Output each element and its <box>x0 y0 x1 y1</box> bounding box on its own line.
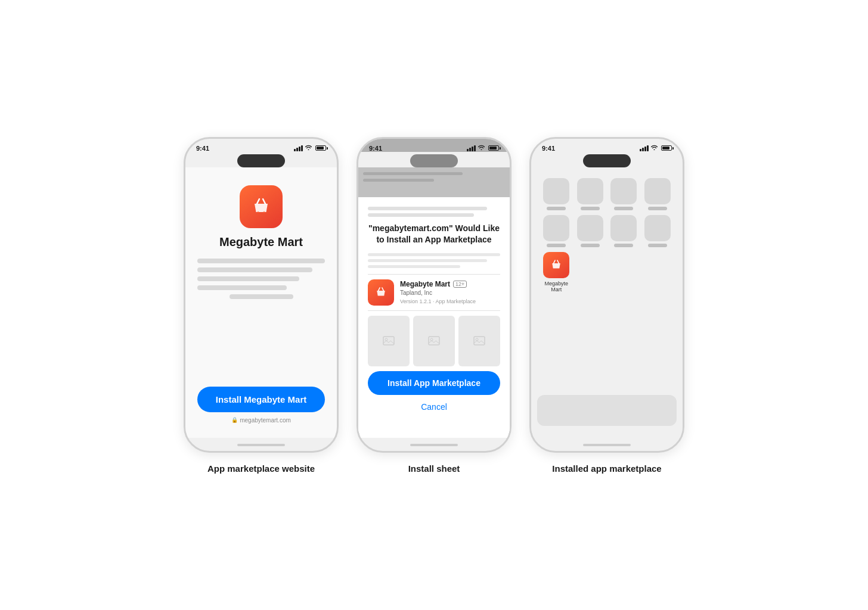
cancel-button[interactable]: Cancel <box>368 397 500 416</box>
phone2-wrapper: 9:41 <box>356 137 512 474</box>
battery-icon <box>488 145 499 151</box>
placeholder-icon <box>577 178 603 204</box>
home-icon-empty <box>576 252 605 294</box>
phone2-time: 9:41 <box>369 145 382 152</box>
install-sheet: "megabytemart.com" Would Like to Install… <box>358 197 510 438</box>
placeholder-icon <box>543 178 569 204</box>
screenshot-1 <box>368 316 410 366</box>
phone3-status-bar: 9:41 <box>531 139 683 152</box>
phone3-wrapper: 9:41 <box>529 137 684 474</box>
screenshots-row <box>368 316 500 366</box>
svg-rect-2 <box>383 337 394 345</box>
app-version: Version 1.2.1 · App Marketplace <box>400 298 500 304</box>
home-icon-item <box>643 215 672 247</box>
install-app-marketplace-button[interactable]: Install App Marketplace <box>368 371 500 395</box>
signal-icon <box>640 145 649 151</box>
app-info-text: Megabyte Mart 12+ Tapland, Inc Version 1… <box>400 280 500 304</box>
phone1-screen: Megabyte Mart Install Megabyte Mart 🔒 me… <box>185 167 337 438</box>
megabyte-mart-home-icon[interactable]: MegabyteMart <box>542 252 571 294</box>
home-row-3: MegabyteMart <box>542 252 672 294</box>
icon-label-placeholder <box>614 207 633 210</box>
phone1-content: Megabyte Mart Install Megabyte Mart 🔒 me… <box>185 167 337 438</box>
phone2-screen: "megabytemart.com" Would Like to Install… <box>358 167 510 438</box>
phone3-time: 9:41 <box>542 145 555 152</box>
svg-point-1 <box>264 211 265 213</box>
phone1-status-bar: 9:41 <box>185 139 337 152</box>
svg-rect-6 <box>474 337 485 345</box>
svg-rect-4 <box>429 337 439 345</box>
icon-label-placeholder <box>581 207 600 210</box>
screenshot-2 <box>413 316 455 366</box>
phone1-wrapper: 9:41 <box>184 137 339 474</box>
svg-point-0 <box>258 211 259 213</box>
home-icon-empty <box>643 252 672 294</box>
sheet-bg-top <box>358 167 510 197</box>
icon-label-placeholder <box>614 244 633 247</box>
phone3-home-indicator <box>583 444 631 446</box>
phone2-frame: 9:41 <box>356 137 512 453</box>
sheet-app-name: Megabyte Mart <box>400 280 450 288</box>
phone1-frame: 9:41 <box>184 137 339 453</box>
phone3-frame: 9:41 <box>529 137 684 453</box>
home-icon-item <box>576 215 605 247</box>
phone1-home-indicator <box>237 444 285 446</box>
placeholder-icon <box>644 178 671 204</box>
battery-icon <box>315 145 326 151</box>
phone3-screen: MegabyteMart <box>531 167 683 438</box>
phone2-status-bar: 9:41 <box>358 139 510 152</box>
phone2-label: Install sheet <box>408 463 460 474</box>
home-icon-item <box>542 215 571 247</box>
home-icon-item <box>576 178 605 210</box>
megabyte-mart-label: MegabyteMart <box>544 281 568 294</box>
wifi-icon <box>651 145 658 151</box>
icon-label-placeholder <box>547 244 566 247</box>
app-title: Megabyte Mart <box>219 235 303 249</box>
dynamic-island <box>583 154 631 167</box>
battery-icon <box>661 145 672 151</box>
age-badge: 12+ <box>453 281 467 288</box>
phones-container: 9:41 <box>184 137 684 474</box>
dynamic-island <box>410 154 458 167</box>
megabyte-mart-icon <box>543 252 569 278</box>
screenshot-3 <box>458 316 500 366</box>
website-url: 🔒 megabytemart.com <box>231 417 291 424</box>
wifi-icon <box>478 145 485 151</box>
install-megabyte-mart-button[interactable]: Install Megabyte Mart <box>197 387 325 412</box>
signal-icon <box>294 145 303 151</box>
home-icon-item <box>609 178 638 210</box>
phone3-homescreen: MegabyteMart <box>531 167 683 438</box>
phone2-inner: "megabytemart.com" Would Like to Install… <box>358 167 510 438</box>
app-icon-large <box>240 185 283 228</box>
home-icon-item <box>643 178 672 210</box>
wifi-icon <box>305 145 312 151</box>
signal-icon <box>467 145 476 151</box>
app-developer: Tapland, Inc <box>400 290 500 296</box>
phone2-home-indicator <box>410 444 458 446</box>
sheet-title: "megabytemart.com" Would Like to Install… <box>368 223 500 246</box>
dynamic-island <box>237 154 285 167</box>
sheet-app-icon <box>368 279 394 306</box>
phone1-time: 9:41 <box>196 145 209 152</box>
lock-icon: 🔒 <box>231 417 238 423</box>
dock <box>537 395 677 426</box>
phone1-status-icons <box>294 145 326 151</box>
description-placeholder <box>197 259 325 299</box>
placeholder-icon <box>577 215 603 241</box>
phone1-label: App marketplace website <box>207 463 315 474</box>
placeholder-icon <box>543 215 569 241</box>
app-info-row: Megabyte Mart 12+ Tapland, Inc Version 1… <box>368 274 500 311</box>
sheet-placeholder-desc <box>368 253 500 268</box>
phone3-label: Installed app marketplace <box>552 463 661 474</box>
home-row-2 <box>542 215 672 247</box>
placeholder-icon <box>644 215 671 241</box>
sheet-placeholder-top <box>368 207 500 217</box>
icon-label-placeholder <box>648 207 667 210</box>
icon-label-placeholder <box>581 244 600 247</box>
phone2-status-icons <box>467 145 499 151</box>
placeholder-icon <box>610 178 637 204</box>
home-icon-item <box>542 178 571 210</box>
phone3-status-icons <box>640 145 672 151</box>
placeholder-icon <box>610 215 637 241</box>
home-icon-item <box>609 215 638 247</box>
icon-label-placeholder <box>648 244 667 247</box>
